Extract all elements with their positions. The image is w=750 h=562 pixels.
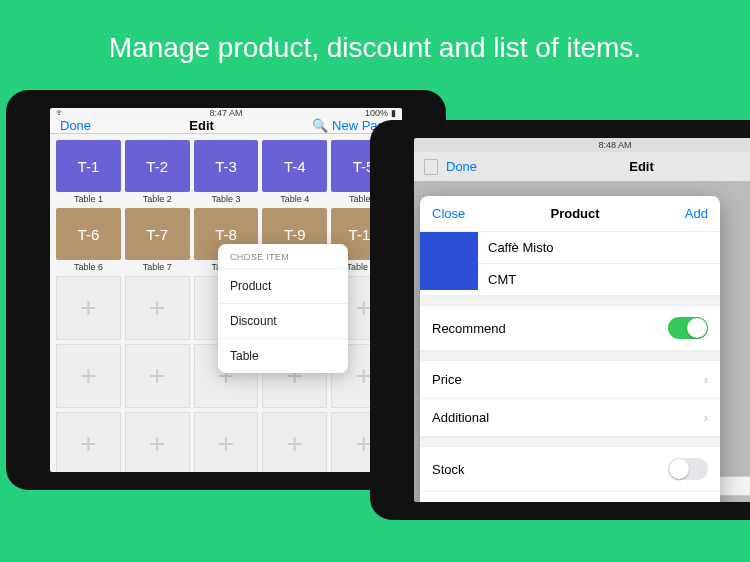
popover-item-discount[interactable]: Discount — [218, 303, 348, 338]
table-tile[interactable]: T-4Table 4 — [262, 140, 327, 204]
status-bar: ᯤ 8:47 AM 100%▮ — [50, 108, 402, 118]
recommend-label: Recommend — [432, 321, 506, 336]
table-tile[interactable]: T-6Table 6 — [56, 208, 121, 272]
popover-header: CHOSE ITEM — [218, 244, 348, 268]
discount-chip[interactable]: Birthd — [717, 476, 750, 496]
done-button[interactable]: Done — [446, 159, 477, 174]
price-row[interactable]: Price › — [420, 361, 720, 399]
empty-slot[interactable]: + — [125, 276, 190, 340]
page-title: Edit — [629, 159, 654, 174]
status-time: 8:48 AM — [598, 140, 631, 150]
status-bar: 8:48 AM — [414, 138, 750, 152]
product-code-field[interactable]: CMT — [478, 264, 720, 295]
popover-item-product[interactable]: Product — [218, 268, 348, 303]
empty-slot[interactable]: + — [56, 412, 121, 472]
table-tile[interactable]: T-3Table 3 — [194, 140, 259, 204]
close-button[interactable]: Close — [432, 206, 465, 221]
product-name-field[interactable]: Caffè Misto — [478, 232, 720, 264]
choose-item-popover: CHOSE ITEM Product Discount Table — [218, 244, 348, 373]
table-tile[interactable]: T-1Table 1 — [56, 140, 121, 204]
popover-item-table[interactable]: Table — [218, 338, 348, 373]
edit-navbar: Done Edit — [414, 152, 750, 182]
document-icon — [424, 159, 438, 175]
wifi-icon: ᯤ — [56, 108, 65, 118]
table-tile[interactable]: T-2Table 2 — [125, 140, 190, 204]
table-tile[interactable]: T-7Table 7 — [125, 208, 190, 272]
chevron-right-icon: › — [704, 410, 708, 425]
chevron-right-icon: › — [704, 372, 708, 387]
page-title: Edit — [189, 118, 214, 133]
recommend-toggle[interactable] — [668, 317, 708, 339]
empty-slot[interactable]: + — [125, 412, 190, 472]
done-button[interactable]: Done — [60, 118, 91, 133]
additional-row[interactable]: Additional › — [420, 399, 720, 437]
empty-slot[interactable]: + — [56, 276, 121, 340]
product-color-swatch[interactable] — [420, 232, 478, 290]
empty-slot[interactable]: + — [56, 344, 121, 408]
product-sheet: Close Product Add Caffè Misto CMT Recomm… — [420, 196, 720, 502]
device-right: 8:48 AM Done Edit CPappucc MCcha Fra CCa… — [370, 120, 750, 520]
marketing-headline: Manage product, discount and list of ite… — [0, 0, 750, 64]
barcode-row[interactable]: Bar Code › — [420, 492, 720, 502]
edit-navbar: Done Edit 🔍 New Page — [50, 118, 402, 134]
empty-slot[interactable]: + — [194, 412, 259, 472]
search-icon: 🔍 — [312, 118, 328, 133]
empty-slot[interactable]: + — [125, 344, 190, 408]
sheet-title: Product — [550, 206, 599, 221]
stock-toggle[interactable] — [668, 458, 708, 480]
empty-slot[interactable]: + — [262, 412, 327, 472]
status-time: 8:47 AM — [209, 108, 242, 118]
battery-label: 100% — [365, 108, 388, 118]
stock-label: Stock — [432, 462, 465, 477]
battery-icon: ▮ — [391, 108, 396, 118]
add-button[interactable]: Add — [685, 206, 708, 221]
